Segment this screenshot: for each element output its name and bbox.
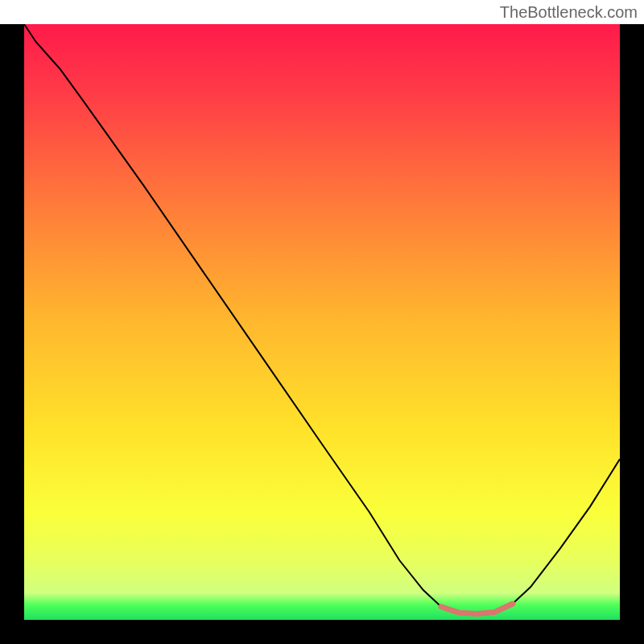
frame-bottom: [0, 620, 644, 644]
chart-container: [0, 24, 644, 644]
plot-background-gradient: [24, 24, 620, 620]
frame-right: [620, 24, 644, 644]
bottleneck-chart: [0, 24, 644, 644]
watermark-text: TheBottleneck.com: [500, 3, 638, 22]
frame-left: [0, 24, 24, 644]
